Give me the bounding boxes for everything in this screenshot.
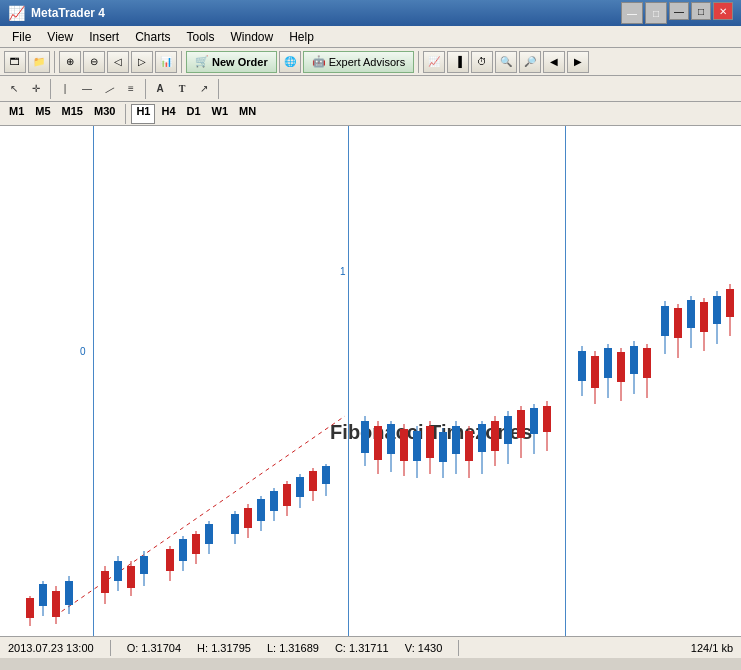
indicators-button[interactable]: 📊	[155, 51, 177, 73]
new-chart-button[interactable]: 🗔	[4, 51, 26, 73]
menu-insert[interactable]: Insert	[81, 28, 127, 46]
status-high: H: 1.31795	[197, 642, 251, 654]
zoom-in-button[interactable]: ⊕	[59, 51, 81, 73]
menu-view[interactable]: View	[39, 28, 81, 46]
svg-rect-82	[643, 348, 651, 378]
svg-rect-22	[192, 534, 200, 554]
chart-area[interactable]: 0 1 Fibonacci Timezones	[0, 126, 741, 636]
minimize-button[interactable]: —	[669, 2, 689, 20]
svg-rect-18	[166, 549, 174, 571]
tf-m30[interactable]: M30	[89, 104, 120, 124]
svg-rect-48	[400, 429, 408, 461]
bar-chart-button[interactable]: ▐	[447, 51, 469, 73]
svg-rect-76	[604, 348, 612, 378]
svg-rect-54	[439, 432, 447, 462]
tf-mn[interactable]: MN	[234, 104, 261, 124]
scroll-right-button[interactable]: ▷	[131, 51, 153, 73]
svg-rect-90	[700, 302, 708, 332]
vertical-line-tool[interactable]: |	[55, 79, 75, 99]
svg-rect-80	[630, 346, 638, 374]
svg-rect-34	[283, 484, 291, 506]
new-order-button[interactable]: 🛒 New Order	[186, 51, 277, 73]
text-tool[interactable]: A	[150, 79, 170, 99]
svg-rect-38	[309, 471, 317, 491]
tf-sep-1	[125, 104, 126, 124]
svg-rect-2	[26, 598, 34, 618]
magnify-button[interactable]: 🔍	[495, 51, 517, 73]
horizontal-line-tool[interactable]: —	[77, 79, 97, 99]
status-info: 124/1 kb	[691, 642, 733, 654]
svg-rect-56	[452, 426, 460, 454]
svg-rect-58	[465, 431, 473, 461]
arrow-tool[interactable]: ↗	[194, 79, 214, 99]
line-chart-button[interactable]: 📈	[423, 51, 445, 73]
status-sep-1	[110, 640, 111, 656]
app-icon: 📈	[8, 5, 25, 21]
svg-rect-40	[322, 466, 330, 484]
status-volume: V: 1430	[405, 642, 443, 654]
svg-line-0	[55, 416, 345, 616]
inner-maximize-button[interactable]: □	[645, 2, 667, 24]
tf-m15[interactable]: M15	[57, 104, 88, 124]
candle-group-middle	[361, 401, 551, 478]
svg-rect-16	[140, 556, 148, 574]
open-button[interactable]: 📁	[28, 51, 50, 73]
cursor-tool[interactable]: ↖	[4, 79, 24, 99]
svg-rect-44	[374, 426, 382, 460]
new-order-icon: 🛒	[195, 55, 209, 68]
tf-m5[interactable]: M5	[30, 104, 55, 124]
close-button[interactable]: ✕	[713, 2, 733, 20]
svg-rect-64	[504, 416, 512, 444]
tf-h4[interactable]: H4	[156, 104, 180, 124]
svg-rect-4	[39, 584, 47, 606]
svg-rect-62	[491, 421, 499, 451]
trend-line-tool[interactable]: —	[95, 75, 122, 102]
arrow-left-button[interactable]: ◀	[543, 51, 565, 73]
svg-rect-8	[65, 581, 73, 605]
channel-tool[interactable]: ≡	[121, 79, 141, 99]
maximize-button[interactable]: □	[691, 2, 711, 20]
crosshair-tool[interactable]: ✛	[26, 79, 46, 99]
globe-icon-btn[interactable]: 🌐	[279, 51, 301, 73]
title-bar: 📈 MetaTrader 4 — □ — □ ✕	[0, 0, 741, 26]
menu-file[interactable]: File	[4, 28, 39, 46]
arrow-right-button[interactable]: ▶	[567, 51, 589, 73]
svg-rect-20	[179, 539, 187, 561]
svg-rect-24	[205, 524, 213, 544]
inner-minimize-button[interactable]: —	[621, 2, 643, 24]
svg-rect-86	[674, 308, 682, 338]
svg-rect-84	[661, 306, 669, 336]
menu-bar: File View Insert Charts Tools Window Hel…	[0, 26, 741, 48]
tf-d1[interactable]: D1	[182, 104, 206, 124]
text-label-tool[interactable]: T	[172, 79, 192, 99]
svg-rect-46	[387, 424, 395, 454]
draw-sep-3	[218, 79, 219, 99]
menu-help[interactable]: Help	[281, 28, 322, 46]
svg-rect-28	[244, 508, 252, 528]
status-low: L: 1.31689	[267, 642, 319, 654]
tf-m1[interactable]: M1	[4, 104, 29, 124]
expert-advisors-button[interactable]: 🤖 Expert Advisors	[303, 51, 414, 73]
svg-rect-32	[270, 491, 278, 511]
period-button[interactable]: ⏱	[471, 51, 493, 73]
menu-window[interactable]: Window	[223, 28, 282, 46]
zoom-plus-button[interactable]: 🔎	[519, 51, 541, 73]
svg-rect-94	[726, 289, 734, 317]
scroll-left-button[interactable]: ◁	[107, 51, 129, 73]
svg-rect-10	[101, 571, 109, 593]
svg-rect-60	[478, 424, 486, 452]
svg-rect-14	[127, 566, 135, 588]
menu-tools[interactable]: Tools	[179, 28, 223, 46]
svg-rect-66	[517, 410, 525, 438]
tf-w1[interactable]: W1	[207, 104, 234, 124]
tf-h1[interactable]: H1	[131, 104, 155, 124]
svg-rect-68	[530, 408, 538, 434]
status-datetime: 2013.07.23 13:00	[8, 642, 94, 654]
candlestick-chart	[0, 126, 741, 636]
toolbar-sep-2	[181, 51, 182, 73]
zoom-out-button[interactable]: ⊖	[83, 51, 105, 73]
expert-icon: 🤖	[312, 55, 326, 68]
svg-rect-42	[361, 421, 369, 453]
svg-rect-92	[713, 296, 721, 324]
menu-charts[interactable]: Charts	[127, 28, 178, 46]
